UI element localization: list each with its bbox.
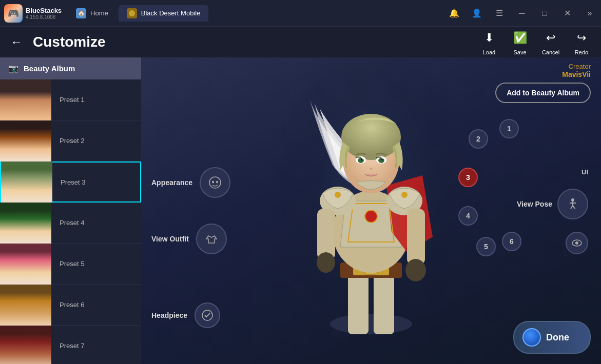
close-btn[interactable]: ✕ [560, 6, 574, 21]
page-title: Customize [33, 34, 106, 50]
titlebar: 🎮 BlueStacks 4.150.8.1008 🏠 Home Black D… [0, 0, 601, 27]
eye-icon [571, 237, 583, 249]
pose-icon [566, 197, 579, 211]
game-tab-icon [127, 8, 137, 18]
svg-point-17 [405, 259, 426, 281]
tab-black-desert[interactable]: Black Desert Mobile [119, 5, 209, 22]
customize-header: ← Customize ⬇ Load ✅ Save ↩ Cancel ↪ Red… [0, 27, 601, 57]
view-pose-group: View Pose [517, 189, 588, 219]
left-panel: Appearance View Outfit [151, 167, 230, 254]
preset-label-7: Preset 7 [51, 342, 141, 350]
svg-rect-2 [348, 273, 369, 334]
badge-6-label: 6 [510, 237, 514, 246]
add-to-beauty-button[interactable]: Add to Beauty Album [495, 83, 591, 103]
svg-point-8 [365, 210, 377, 223]
maximize-btn[interactable]: □ [537, 6, 552, 21]
badge-3[interactable]: 3 [458, 168, 478, 187]
tab-home-label: Home [90, 9, 108, 17]
app-name-group: BlueStacks 4.150.8.1008 [26, 7, 62, 20]
done-button[interactable]: Done [513, 321, 591, 354]
svg-point-12 [401, 192, 408, 198]
app-name: BlueStacks [26, 7, 62, 14]
load-icon: ⬇ [480, 29, 498, 47]
appearance-panel-btn: Appearance [151, 167, 230, 198]
view-outfit-panel-btn: View Outfit [151, 224, 230, 254]
character-viewport: Appearance View Outfit Headpiece [141, 57, 601, 364]
preset-thumb-2 [0, 120, 51, 161]
right-panel: UI View Pose [517, 167, 588, 254]
cancel-button[interactable]: ↩ Cancel [541, 29, 560, 55]
account-btn[interactable]: 👤 [470, 6, 484, 21]
preset-label-6: Preset 6 [51, 301, 141, 309]
svg-point-15 [317, 252, 335, 273]
done-label: Done [546, 332, 569, 343]
top-toolbar: ⬇ Load ✅ Save ↩ Cancel ↪ Redo [480, 29, 591, 55]
preset-item-7[interactable]: Preset 7 [0, 326, 141, 364]
badge-2[interactable]: 2 [469, 129, 488, 149]
cancel-icon: ↩ [541, 29, 560, 47]
preset-thumb-6 [0, 285, 51, 326]
eye-button[interactable] [566, 232, 588, 254]
view-outfit-button[interactable] [196, 224, 227, 254]
cancel-label: Cancel [542, 49, 559, 55]
back-button[interactable]: ← [10, 35, 23, 49]
checkmark-icon [201, 309, 214, 321]
preset-item-1[interactable]: Preset 1 [0, 79, 141, 120]
expand-btn[interactable]: » [583, 6, 597, 21]
app-logo: 🎮 BlueStacks 4.150.8.1008 [4, 4, 62, 23]
preset-item-5[interactable]: Preset 5 [0, 244, 141, 285]
preset-label-2: Preset 2 [51, 137, 141, 145]
preset-item-6[interactable]: Preset 6 [0, 285, 141, 326]
svg-rect-3 [374, 273, 394, 334]
menu-btn[interactable]: ☰ [492, 6, 507, 21]
preset-label-1: Preset 1 [51, 96, 141, 104]
ui-text: UI [581, 168, 588, 176]
preset-thumb-7 [0, 326, 51, 365]
beauty-album-label: Beauty Album [24, 64, 75, 73]
svg-point-28 [362, 158, 363, 159]
view-outfit-label: View Outfit [151, 235, 189, 243]
home-tab-icon: 🏠 [76, 8, 86, 18]
preset-item-4[interactable]: Preset 4 [0, 203, 141, 244]
view-pose-label: View Pose [517, 200, 552, 208]
beauty-album-header[interactable]: 📷 Beauty Album [0, 57, 141, 79]
headpiece-button[interactable] [195, 302, 220, 328]
view-pose-button[interactable] [557, 189, 588, 219]
svg-rect-16 [407, 209, 425, 265]
character-svg [274, 57, 469, 364]
appearance-button[interactable] [200, 167, 230, 198]
save-icon: ✅ [511, 29, 529, 47]
badge-5[interactable]: 5 [476, 237, 496, 256]
badge-1[interactable]: 1 [499, 119, 519, 138]
save-label: Save [513, 49, 526, 55]
headpiece-panel-btn: Headpiece [151, 302, 220, 328]
headpiece-label: Headpiece [151, 311, 187, 319]
tab-game-label: Black Desert Mobile [141, 9, 201, 17]
appearance-label: Appearance [151, 178, 192, 187]
preset-item-3[interactable]: Preset 3 [0, 161, 141, 203]
redo-button[interactable]: ↪ Redo [572, 29, 591, 55]
minimize-btn[interactable]: ─ [515, 6, 529, 21]
svg-point-31 [212, 181, 214, 184]
badge-2-label: 2 [476, 135, 480, 143]
preset-label-3: Preset 3 [52, 178, 140, 186]
ui-label: UI [581, 167, 588, 176]
badge-4[interactable]: 4 [458, 206, 478, 226]
load-label: Load [483, 49, 495, 55]
notification-btn[interactable]: 🔔 [447, 6, 461, 21]
preset-label-4: Preset 4 [51, 219, 141, 227]
svg-point-40 [575, 241, 578, 245]
badge-5-label: 5 [484, 242, 488, 251]
app-version: 4.150.8.1008 [26, 14, 62, 20]
svg-rect-14 [319, 209, 334, 260]
outfit-icon [204, 232, 219, 246]
preset-item-2[interactable]: Preset 2 [0, 120, 141, 161]
tab-home[interactable]: 🏠 Home [68, 5, 117, 22]
svg-point-24 [358, 158, 364, 163]
tab-bar: 🏠 Home Black Desert Mobile [68, 5, 441, 22]
save-button[interactable]: ✅ Save [511, 29, 529, 55]
load-button[interactable]: ⬇ Load [480, 29, 498, 55]
svg-point-11 [335, 192, 341, 198]
bluestacks-icon: 🎮 [4, 4, 23, 23]
character-display [274, 57, 469, 364]
